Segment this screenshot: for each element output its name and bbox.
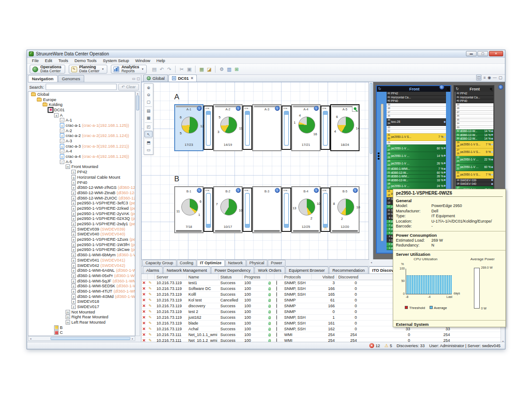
view-tab-power[interactable]: Power bbox=[268, 260, 286, 266]
rack-unit[interactable]: 39 bbox=[456, 103, 493, 107]
edit-icon[interactable]: ✎ bbox=[148, 304, 155, 308]
rack-b-2[interactable]: B-2i10710/17 bbox=[213, 186, 243, 233]
rack-unit[interactable]: 31dl360-12-W...14 % bbox=[456, 133, 493, 137]
bottom-tab-network-management[interactable]: Network Management bbox=[163, 266, 211, 274]
rack-b-5[interactable]: B-5i102812/20 bbox=[330, 186, 360, 233]
tree-item-swdev042[interactable]: eSWDEV042(SWDEV042) bbox=[28, 263, 135, 268]
minimize-view-icon[interactable]: — bbox=[493, 75, 497, 80]
delete-icon[interactable]: ✕ bbox=[141, 321, 148, 325]
tree-item-crac-a-3[interactable]: ccrac-a-3(crac-a-3(192.168.1.221)) bbox=[28, 144, 135, 149]
tree-item-horizontal-cable-mount[interactable]: gHorizontal Cable Mount bbox=[28, 175, 135, 180]
search-input[interactable] bbox=[46, 84, 117, 90]
edit-icon[interactable]: ✎ bbox=[148, 332, 155, 337]
bottom-tab-power-dependency[interactable]: Power Dependency bbox=[211, 266, 254, 274]
info-icon[interactable]: i bbox=[197, 188, 202, 193]
report-icon[interactable]: ▥ bbox=[225, 66, 233, 73]
rack-unit[interactable]: 32 bbox=[387, 129, 446, 133]
edit-icon[interactable]: ✎ bbox=[148, 309, 155, 314]
maximize-view-icon[interactable]: ▢ bbox=[498, 75, 502, 80]
tab-navigation[interactable]: Navigation bbox=[28, 75, 58, 82]
tree-item-pe2950-1-vsphere-1zuxs[interactable]: epe2950-1-VSPHERE-1Zuxs(pe2950-1-VSPHERE… bbox=[28, 237, 135, 242]
add-table-icon[interactable]: ⊞ bbox=[233, 66, 240, 73]
panel-minimize-icon[interactable]: ▭ bbox=[132, 77, 136, 81]
pin-icon[interactable] bbox=[447, 88, 449, 90]
tree-item-pe2950-1-vsphere-1w3fh[interactable]: epe2950-1-VSPHERE-1W3fH(pe2950-1-VSPHERE… bbox=[28, 242, 135, 247]
rerun-icon[interactable]: ↻ bbox=[268, 287, 271, 290]
edit-icon[interactable]: ✎ bbox=[148, 298, 155, 302]
delete-icon[interactable]: ✕ bbox=[141, 304, 148, 308]
layers-icon[interactable]: ▤ bbox=[145, 108, 153, 114]
tree-item-dl360-1-wmi-5ed5k[interactable]: edl360-1-WMI-5ED5K(dl360-1-WMI-5ED5K) bbox=[28, 283, 135, 289]
rack-unit[interactable]: 22dl360-1-WMI...7 % bbox=[387, 167, 446, 171]
rack-unit[interactable]: 42PP42 bbox=[387, 92, 446, 96]
rack-b-1[interactable]: B-1i61117/18 bbox=[174, 186, 203, 233]
perspective-planning[interactable]: ✎PlanningData Center▾ bbox=[69, 65, 107, 74]
rack-unit[interactable]: 42PP42 bbox=[456, 92, 493, 96]
export-image-icon[interactable]: ▦ bbox=[198, 66, 205, 73]
edit-icon[interactable]: ✎ bbox=[148, 315, 155, 320]
rack-unit[interactable]: 41Horizontal Ca... bbox=[387, 96, 446, 100]
tree-item-front-mounted[interactable]: mFront Mounted bbox=[28, 164, 135, 170]
view-tab-cooling[interactable]: Cooling bbox=[177, 260, 197, 266]
save-icon[interactable]: ▤ bbox=[150, 66, 158, 73]
tree-item-crac-a-2[interactable]: ccrac-a-2(crac-a-2(192.168.1.124)) bbox=[28, 133, 135, 139]
rack-unit[interactable]: 34 bbox=[456, 122, 493, 126]
drag-handle-icon[interactable] bbox=[378, 153, 380, 160]
rerun-icon[interactable]: ↻ bbox=[268, 293, 271, 296]
rerun-icon[interactable]: ↻ bbox=[268, 282, 271, 285]
tree-item-dl360-1-wmi-5qjf[interactable]: edl360-1-WMI-5qJF(dl360-1-WMI-5qx) bbox=[28, 278, 135, 284]
rack-unit[interactable]: 32dl360-12-W...14 % bbox=[456, 129, 493, 133]
rack-unit[interactable]: 33 bbox=[387, 126, 446, 130]
rack-unit[interactable]: 30dl360-12-W...14 % bbox=[456, 137, 493, 141]
select-tool-icon[interactable]: ↖ bbox=[145, 131, 153, 137]
rack-unit[interactable]: 37 bbox=[387, 111, 446, 115]
tree-item-crac-a-4[interactable]: ccrac-a-4(crac-a-4(192.168.1.126)) bbox=[28, 154, 135, 159]
tree-item-dl360-1-wmi-4i3md[interactable]: edl360-1-WMI-4I3Md(dl360-1-WMI-4I3Md) bbox=[28, 294, 135, 299]
view-tab-it-optimize[interactable]: IT Optimize bbox=[197, 260, 225, 266]
info-icon[interactable]: i bbox=[197, 106, 202, 111]
tree-item-a-4[interactable]: rA-4 bbox=[28, 149, 135, 154]
edit-icon[interactable]: ✎ bbox=[148, 321, 155, 325]
stop-icon[interactable] bbox=[276, 332, 277, 337]
rack-unit[interactable]: 3534isxc-28 bbox=[387, 118, 446, 126]
stop-icon[interactable] bbox=[276, 327, 277, 331]
delete-icon[interactable]: ✕ bbox=[141, 292, 148, 297]
edit-icon[interactable]: ✎ bbox=[148, 281, 155, 285]
close-button[interactable]: ✕ bbox=[489, 51, 503, 56]
tree-item-swdev040[interactable]: eSWDEV040(SWDEV040) bbox=[28, 232, 135, 237]
refresh-icon[interactable]: ↻ bbox=[378, 87, 381, 91]
perspective-operations[interactable]: OperationsData Center bbox=[30, 65, 65, 74]
canvas-vertical-scrollbar[interactable] bbox=[369, 82, 373, 259]
rack-unit[interactable]: 41Horizontal Ca... bbox=[456, 96, 493, 100]
rack-a-2[interactable]: A-2i113514/19 bbox=[213, 104, 243, 151]
zoom-out-icon[interactable]: ⊖ bbox=[145, 92, 153, 98]
rack-unit[interactable]: 39 bbox=[387, 103, 446, 107]
tree-item-kolding[interactable]: Kolding bbox=[28, 102, 135, 107]
rack-unit[interactable]: 2322pe2950-1-V ...60 % bbox=[456, 164, 493, 171]
tree-item-a-3[interactable]: rA-3 bbox=[28, 138, 135, 144]
rack-unit[interactable]: 20dl360-1-WM...26 % bbox=[387, 175, 446, 179]
menu-demo-tools[interactable]: Demo Tools bbox=[71, 58, 100, 63]
menu-system-setup[interactable]: System Setup bbox=[100, 58, 132, 63]
delete-icon[interactable]: ✕ bbox=[141, 309, 148, 314]
add-rack-icon[interactable]: ⬒ bbox=[145, 140, 153, 146]
info-icon[interactable]: i bbox=[498, 85, 503, 90]
tree-item-dl360-1-wmi-05xpr[interactable]: edl360-1-WMI-05xPr(dl360-1-WMI-05xPr) bbox=[28, 273, 135, 278]
rack-unit[interactable]: 37 bbox=[456, 111, 493, 115]
undo-icon[interactable]: ↶ bbox=[158, 66, 165, 73]
label-tool-icon[interactable]: ◰ bbox=[145, 124, 153, 130]
crac-unit[interactable]: cra... bbox=[203, 106, 213, 150]
tree-item-swdev018[interactable]: eSWDEV018 bbox=[28, 299, 135, 305]
tree-item-crac-a-1[interactable]: ccrac-a-1(crac-a-1(192.168.1.125)) bbox=[28, 123, 135, 128]
floor-plan-canvas[interactable]: ⊕⊖▢▤▦◰↖⬒▭ AA-1i125617/23cra...A-2i113514… bbox=[141, 82, 369, 266]
crac-unit[interactable]: cra... bbox=[282, 106, 291, 150]
tree-item-swdev017[interactable]: eSWDEV017 bbox=[28, 304, 135, 309]
rack-unit[interactable]: 21dl360-12-W...60 % bbox=[387, 171, 446, 175]
rerun-icon[interactable]: ↻ bbox=[268, 333, 271, 336]
tree-item-pe2950-1-vsphere-2sdy1[interactable]: epe2950-1-VSPHERE-2sdy1(pe2950-1-VSPHERE… bbox=[28, 221, 135, 227]
rerun-icon[interactable]: ↻ bbox=[268, 328, 271, 331]
rack-b-3[interactable]: B-3i bbox=[252, 186, 282, 233]
rack-a-1[interactable]: A-1i125617/23 bbox=[174, 104, 203, 151]
close-tab-icon[interactable]: ✕ bbox=[191, 76, 194, 80]
crac-unit[interactable]: cra... bbox=[243, 106, 252, 150]
